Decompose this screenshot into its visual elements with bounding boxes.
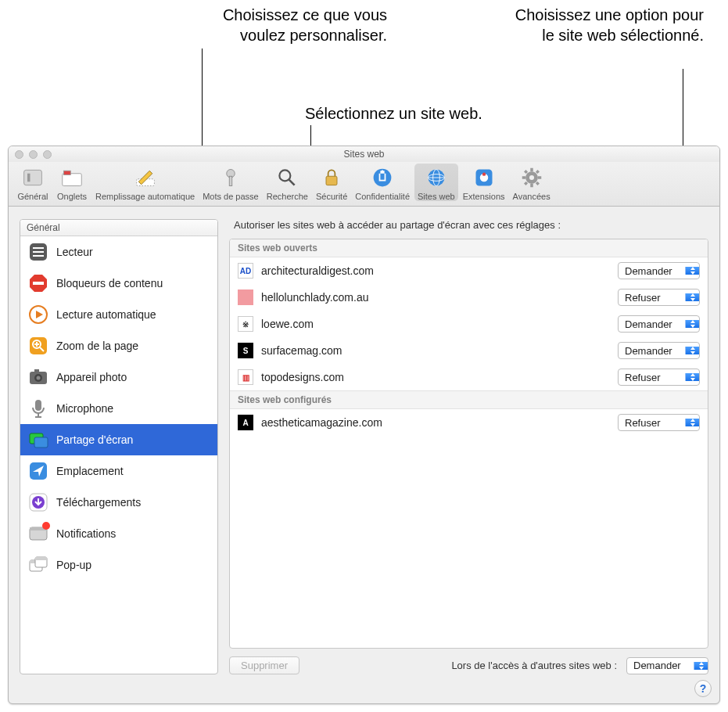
sidebar-item-label: Emplacement [56, 465, 124, 477]
toolbar-label: Onglets [57, 192, 87, 201]
sidebar-item-reader[interactable]: Lecteur [20, 236, 217, 268]
svg-rect-3 [64, 171, 71, 174]
sidebar-item-contentblockers[interactable]: Bloqueurs de contenu [20, 268, 217, 299]
chevron-updown-icon [685, 320, 699, 328]
search-icon [274, 165, 299, 190]
sidebar-item-notifications[interactable]: Notifications [20, 518, 217, 549]
site-option-value: Refuser [619, 292, 685, 304]
svg-rect-2 [63, 174, 82, 186]
sidebar-item-popup[interactable]: Pop-up [20, 549, 217, 581]
toolbar-passwords[interactable]: Mots de passe [199, 164, 262, 201]
sidebar-item-autoplay[interactable]: Lecture automatique [20, 299, 217, 330]
remove-button[interactable]: Supprimer [229, 656, 299, 674]
main-panel: Autoriser les sites web à accéder au par… [229, 219, 708, 674]
site-row[interactable]: ※loewe.comDemander [230, 311, 708, 337]
favicon: AD [238, 263, 253, 279]
svg-point-42 [37, 376, 41, 380]
svg-point-18 [529, 175, 534, 180]
svg-line-23 [525, 171, 527, 173]
sidebar-item-screenshare[interactable]: Partage d'écran [20, 424, 217, 455]
site-domain: loewe.com [261, 318, 610, 330]
callout-select-site: Sélectionnez un site web. [305, 103, 524, 124]
toolbar-label: Extensions [463, 192, 505, 201]
sidebar-item-label: Partage d'écran [56, 433, 133, 446]
camera-icon [28, 367, 48, 387]
pencil-form-icon [133, 165, 158, 190]
svg-rect-32 [33, 282, 44, 285]
switch-icon [20, 165, 45, 190]
site-row[interactable]: Ssurfacemag.comDemander [230, 337, 708, 364]
site-option-value: Demander [619, 265, 685, 277]
svg-point-16 [482, 172, 485, 175]
sidebar-item-label: Microphone [56, 402, 113, 415]
sites-table: Sites web ouverts ADarchitecturaldigest.… [229, 239, 708, 649]
site-option-select[interactable]: Refuser [618, 369, 700, 386]
svg-line-8 [289, 180, 295, 185]
section-header-configured: Sites web configurés [230, 390, 708, 409]
svg-rect-28 [33, 247, 44, 249]
site-option-select[interactable]: Demander [618, 262, 700, 279]
other-sites-value: Demander [627, 660, 694, 671]
toolbar-label: Confidentialité [355, 192, 410, 201]
other-sites-select[interactable]: Demander [626, 657, 708, 674]
downloads-icon [28, 492, 48, 512]
sidebar-item-camera[interactable]: Appareil photo [20, 361, 217, 393]
toolbar-autofill[interactable]: Remplissage automatique [92, 164, 198, 201]
site-option-select[interactable]: Demander [618, 342, 700, 359]
svg-rect-43 [34, 369, 39, 372]
toolbar-label: Mots de passe [203, 192, 259, 201]
sidebar-item-location[interactable]: Emplacement [20, 455, 217, 487]
globe-icon [424, 165, 449, 190]
toolbar-tabs[interactable]: Onglets [53, 164, 91, 201]
site-row[interactable]: ▥topodesigns.comRefuser [230, 364, 708, 390]
window-titlebar: Sites web [9, 146, 719, 162]
svg-rect-30 [33, 255, 44, 257]
site-option-value: Refuser [619, 417, 685, 429]
callout-option: Choisissez une option pour le site web s… [500, 5, 704, 45]
toolbar-label: Remplissage automatique [95, 192, 195, 201]
site-row[interactable]: ADarchitecturaldigest.comDemander [230, 257, 708, 284]
chevron-updown-icon [685, 373, 699, 381]
svg-rect-35 [30, 337, 47, 354]
screenshare-icon [28, 430, 48, 450]
sidebar-item-downloads[interactable]: Téléchargements [20, 487, 217, 518]
site-domain: architecturaldigest.com [261, 264, 610, 277]
toolbar-general[interactable]: Général [14, 164, 52, 201]
svg-rect-48 [34, 437, 48, 448]
chevron-updown-icon [685, 293, 699, 301]
toolbar-advanced[interactable]: Avancées [510, 164, 554, 201]
puzzle-icon [472, 165, 497, 190]
chevron-updown-icon [694, 662, 708, 670]
site-option-value: Demander [619, 345, 685, 357]
svg-rect-57 [35, 557, 47, 560]
svg-point-7 [280, 170, 291, 181]
site-row[interactable]: hellolunchlady.com.auRefuser [230, 284, 708, 311]
help-button[interactable]: ? [694, 680, 712, 697]
toolbar-search[interactable]: Recherche [264, 164, 311, 201]
sidebar-item-zoom[interactable]: Zoom de la page [20, 330, 217, 361]
sidebar-item-label: Lecture automatique [56, 308, 156, 321]
autoplay-icon [28, 304, 48, 325]
sidebar-item-microphone[interactable]: Microphone [20, 393, 217, 424]
svg-rect-29 [33, 251, 44, 253]
site-row[interactable]: Aaestheticamagazine.comRefuser [230, 409, 708, 436]
site-option-select[interactable]: Refuser [618, 414, 700, 431]
favicon: A [238, 415, 253, 430]
toolbar-privacy[interactable]: Confidentialité [352, 164, 413, 201]
sidebar-header: Général [20, 220, 217, 236]
toolbar-security[interactable]: Sécurité [313, 164, 350, 201]
toolbar-extensions[interactable]: Extensions [460, 164, 508, 201]
notifications-icon [28, 523, 48, 544]
zoom-icon [28, 336, 48, 356]
key-icon [218, 165, 243, 190]
sidebar-item-label: Zoom de la page [56, 340, 138, 352]
favicon: S [238, 343, 253, 358]
lock-icon [319, 165, 344, 190]
svg-rect-9 [326, 176, 337, 185]
sidebar-item-label: Téléchargements [56, 496, 141, 509]
site-option-select[interactable]: Demander [618, 315, 700, 333]
site-option-select[interactable]: Refuser [618, 289, 700, 306]
preferences-window: Sites web Général Onglets Remplissage au… [8, 146, 720, 704]
toolbar-websites[interactable]: Sites web [414, 164, 458, 201]
reader-icon [28, 242, 48, 262]
